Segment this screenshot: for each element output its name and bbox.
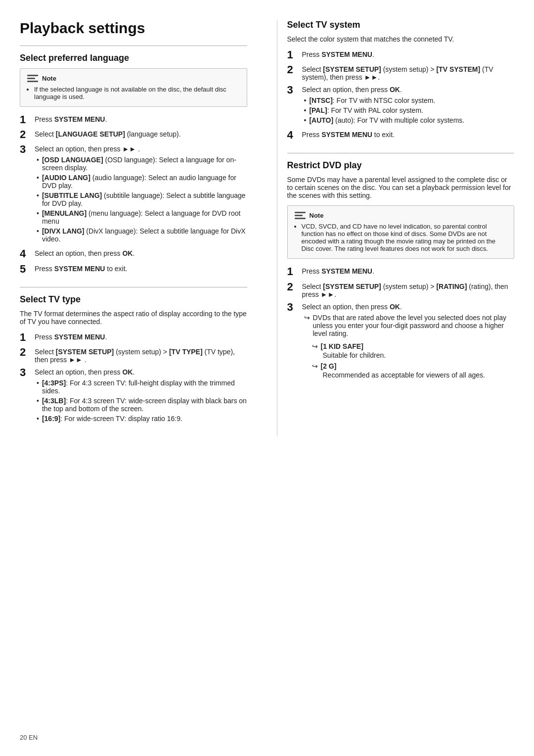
note-item-dvd-1: VCD, SVCD, and CD have no level indicati…: [302, 223, 507, 252]
step-language-4: 4 Select an option, then press OK.: [20, 248, 247, 260]
step-number-language-4: 4: [20, 248, 31, 260]
divider-3: [287, 153, 515, 153]
step-language-5: 5 Press SYSTEM MENU to exit.: [20, 263, 247, 275]
step-number-tvtype-3: 3: [20, 367, 31, 378]
step-tvtype-2: 2 Select [SYSTEM SETUP] (system setup) >…: [20, 346, 247, 364]
page-footer: 20 EN: [20, 734, 38, 741]
arrow-icon-1: ↪: [312, 342, 318, 350]
arrow-subitem-1: ↪ [1 KID SAFE] Suitable for children.: [312, 342, 515, 359]
step-number-language-5: 5: [20, 263, 31, 275]
step-number-language-1: 1: [20, 114, 31, 126]
note-item-language-1: If the selected language is not availabl…: [34, 86, 240, 100]
sublist-tvtype-3-item-2: [4:3LB]: For 4:3 screen TV: wide-screen …: [37, 397, 247, 413]
steps-language: 1 Press SYSTEM MENU. 2 Select [LANGUAGE …: [20, 114, 247, 275]
restrict-dvd-description: Some DVDs may have a parental level assi…: [287, 176, 515, 199]
step-content-language-2: Select [LANGUAGE SETUP] (language setup)…: [35, 129, 247, 138]
page-title: Playback settings: [20, 20, 247, 37]
note-header-language: Note: [27, 74, 240, 83]
step-dvd-3: 3 Select an option, then press OK. ↪ DVD…: [287, 301, 515, 382]
step-tvsystem-1: 1 Press SYSTEM MENU.: [287, 49, 515, 61]
step-content-language-1: Press SYSTEM MENU.: [35, 114, 247, 123]
step-number-tvsystem-3: 3: [287, 84, 298, 96]
sublist-language-3-item-5: [DIVX LANG] (DivX language): Select a su…: [37, 227, 247, 243]
left-column: Playback settings Select preferred langu…: [20, 20, 257, 436]
step-number-dvd-2: 2: [287, 281, 298, 293]
step-tvsystem-3: 3 Select an option, then press OK. [NTSC…: [287, 84, 515, 126]
sublist-language-3-item-2: [AUDIO LANG] (audio language): Select an…: [37, 174, 247, 189]
sublist-tvtype-3-item-1: [4:3PS]: For 4:3 screen TV: full-height …: [37, 379, 247, 395]
step-content-tvsystem-4: Press SYSTEM MENU to exit.: [302, 129, 515, 139]
sublist-language-3-item-4: [MENULANG] (menu language): Select a lan…: [37, 209, 247, 225]
section-title-tv-system: Select TV system: [287, 20, 515, 30]
step-content-language-4: Select an option, then press OK.: [35, 248, 247, 257]
note-label-language: Note: [42, 75, 56, 82]
section-restrict-dvd: Restrict DVD play Some DVDs may have a p…: [287, 160, 515, 381]
sublist-language-3-item-1: [OSD LANGUAGE] (OSD language): Select a …: [37, 156, 247, 172]
arrowlist-dvd-3: ↪ DVDs that are rated above the level yo…: [304, 314, 515, 337]
step-tvtype-3: 3 Select an option, then press OK. [4:3P…: [20, 367, 247, 425]
arrow-content-intro: DVDs that are rated above the level you …: [313, 314, 515, 337]
right-column: Select TV system Select the color system…: [277, 20, 515, 436]
arrow-subitem-2: ↪ [2 G] Recommended as acceptable for vi…: [312, 362, 515, 379]
section-preferred-language: Select preferred language Note If the se…: [20, 53, 247, 275]
step-content-tvtype-3: Select an option, then press OK. [4:3PS]…: [35, 367, 247, 425]
step-content-tvsystem-1: Press SYSTEM MENU.: [302, 49, 515, 58]
note-header-dvd: Note: [295, 211, 507, 220]
step-language-1: 1 Press SYSTEM MENU.: [20, 114, 247, 126]
step-content-dvd-2: Select [SYSTEM SETUP] (system setup) > […: [302, 281, 515, 298]
step-number-language-2: 2: [20, 129, 31, 141]
section-tv-system: Select TV system Select the color system…: [287, 20, 515, 141]
step-content-language-3: Select an option, then press ►► . [OSD L…: [35, 143, 247, 245]
step-number-dvd-1: 1: [287, 266, 298, 278]
steps-tv-system: 1 Press SYSTEM MENU. 2 Select [SYSTEM SE…: [287, 49, 515, 141]
step-content-dvd-3: Select an option, then press OK. ↪ DVDs …: [302, 301, 515, 382]
step-number-tvtype-1: 1: [20, 331, 31, 343]
sublist-language-3-item-3: [SUBTITLE LANG] (subtitile language): Se…: [37, 191, 247, 207]
step-content-tvsystem-3: Select an option, then press OK. [NTSC]:…: [302, 84, 515, 126]
step-number-dvd-3: 3: [287, 301, 298, 313]
step-number-tvtype-2: 2: [20, 346, 31, 358]
arrow-label-1: [1 KID SAFE]: [321, 342, 363, 350]
step-number-tvsystem-4: 4: [287, 129, 298, 141]
note-label-dvd: Note: [310, 212, 324, 219]
arrow-text-2: Recommended as acceptable for viewers of…: [323, 371, 515, 379]
step-content-tvtype-2: Select [SYSTEM SETUP] (system setup) > […: [35, 346, 247, 364]
divider-2: [20, 287, 247, 287]
step-tvtype-1: 1 Press SYSTEM MENU.: [20, 331, 247, 343]
step-dvd-1: 1 Press SYSTEM MENU.: [287, 266, 515, 278]
note-list-language: If the selected language is not availabl…: [34, 86, 240, 100]
sublist-tvtype-3: [4:3PS]: For 4:3 screen TV: full-height …: [37, 379, 247, 423]
arrow-label-2: [2 G]: [321, 362, 337, 370]
step-number-language-3: 3: [20, 143, 31, 155]
section-tv-type: Select TV type The TV format determines …: [20, 294, 247, 425]
steps-restrict-dvd: 1 Press SYSTEM MENU. 2 Select [SYSTEM SE…: [287, 266, 515, 381]
step-dvd-2: 2 Select [SYSTEM SETUP] (system setup) >…: [287, 281, 515, 298]
divider-1: [20, 46, 247, 46]
arrow-icon-2: ↪: [312, 362, 318, 370]
step-content-tvtype-1: Press SYSTEM MENU.: [35, 331, 247, 341]
step-number-tvsystem-1: 1: [287, 49, 298, 61]
tv-system-description: Select the color system that matches the…: [287, 35, 515, 43]
step-tvsystem-2: 2 Select [SYSTEM SETUP] (system setup) >…: [287, 64, 515, 81]
page-container: Playback settings Select preferred langu…: [0, 0, 534, 456]
arrow-icon-intro: ↪: [304, 314, 310, 322]
note-list-dvd: VCD, SVCD, and CD have no level indicati…: [302, 223, 507, 252]
sublist-language-3: [OSD LANGUAGE] (OSD language): Select a …: [37, 156, 247, 243]
step-content-tvsystem-2: Select [SYSTEM SETUP] (system setup) > […: [302, 64, 515, 81]
sublist-tvtype-3-item-3: [16:9]: For wide-screen TV: display rati…: [37, 415, 247, 423]
step-number-tvsystem-2: 2: [287, 64, 298, 76]
note-box-dvd: Note VCD, SVCD, and CD have no level ind…: [287, 205, 515, 259]
note-box-language: Note If the selected language is not ava…: [20, 68, 247, 107]
step-content-dvd-1: Press SYSTEM MENU.: [302, 266, 515, 275]
tv-type-description: The TV format determines the aspect rati…: [20, 310, 247, 326]
section-title-tv-type: Select TV type: [20, 294, 247, 305]
arrow-text-1: Suitable for children.: [323, 351, 515, 359]
step-tvsystem-4: 4 Press SYSTEM MENU to exit.: [287, 129, 515, 141]
sublist-tvsystem-3-item-3: [AUTO] (auto): For TV with multiple colo…: [304, 116, 515, 124]
arrowlist-dvd-3-intro: ↪ DVDs that are rated above the level yo…: [304, 314, 515, 337]
step-language-3: 3 Select an option, then press ►► . [OSD…: [20, 143, 247, 245]
sublist-tvsystem-3-item-2: [PAL]: For TV with PAL color system.: [304, 106, 515, 114]
section-title-preferred-language: Select preferred language: [20, 53, 247, 63]
step-language-2: 2 Select [LANGUAGE SETUP] (language setu…: [20, 129, 247, 141]
sublist-tvsystem-3-item-1: [NTSC]: For TV with NTSC color system.: [304, 96, 515, 104]
